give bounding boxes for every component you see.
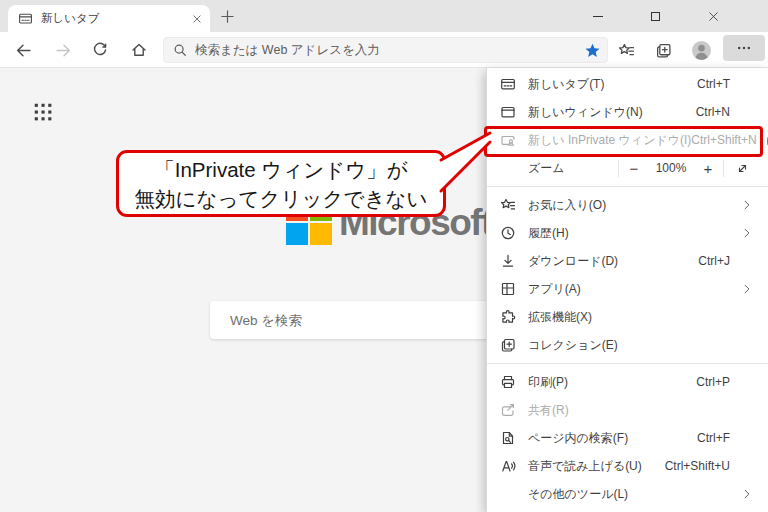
chevron-right-icon bbox=[736, 199, 758, 211]
tab-new-tab[interactable]: 新しいタブ bbox=[8, 5, 210, 32]
print-icon bbox=[500, 374, 516, 390]
navigation-toolbar bbox=[0, 32, 768, 68]
download-icon bbox=[500, 253, 516, 269]
browser-window: 新しいタブ bbox=[0, 0, 768, 512]
title-bar: 新しいタブ bbox=[0, 0, 768, 32]
back-icon[interactable] bbox=[9, 36, 37, 64]
callout-line1: 「InPrivate ウィンドウ」が bbox=[119, 155, 443, 184]
more-icon[interactable] bbox=[723, 35, 765, 61]
menu-item-new-tab[interactable]: 新しいタブ(T)Ctrl+T bbox=[487, 70, 768, 98]
chevron-right-icon bbox=[736, 488, 758, 500]
menu-item-favorites[interactable]: お気に入り(O) bbox=[487, 191, 768, 219]
menu-item-label: 拡張機能(X) bbox=[528, 309, 592, 326]
menu-item-downloads[interactable]: ダウンロード(D)Ctrl+J bbox=[487, 247, 768, 275]
menu-item-label: ダウンロード(D) bbox=[528, 253, 618, 270]
search-icon bbox=[173, 43, 187, 57]
read-aloud-icon bbox=[500, 458, 516, 474]
menu-item-label: 履歴(H) bbox=[528, 225, 569, 242]
menu-item-label: お気に入り(O) bbox=[528, 197, 606, 214]
zoom-icon-placeholder bbox=[500, 160, 516, 176]
history-icon bbox=[500, 225, 516, 241]
annotation-callout: 「InPrivate ウィンドウ」が 無効になってクリックできない bbox=[116, 150, 446, 217]
tab-close-icon[interactable] bbox=[192, 14, 202, 24]
address-bar[interactable] bbox=[163, 37, 608, 63]
new-tab-icon bbox=[500, 76, 516, 92]
menu-item-label: ページ内の検索(F) bbox=[528, 430, 628, 447]
menu-item-shortcut: Ctrl+N bbox=[696, 105, 730, 119]
menu-item-shortcut: Ctrl+Shift+N bbox=[691, 133, 756, 147]
chevron-right-icon bbox=[736, 227, 758, 239]
extensions-icon bbox=[500, 309, 516, 325]
menu-item-label: 音声で読み上げる(U) bbox=[528, 458, 642, 475]
menu-item-label: 新しいタブ(T) bbox=[528, 76, 604, 93]
menu-item-more-tools[interactable]: その他のツール(L) bbox=[487, 480, 768, 508]
menu-item-print[interactable]: 印刷(P)Ctrl+P bbox=[487, 368, 768, 396]
menu-item-apps[interactable]: アプリ(A) bbox=[487, 275, 768, 303]
new-tab-page-icon bbox=[18, 11, 33, 26]
menu-item-history[interactable]: 履歴(H) bbox=[487, 219, 768, 247]
home-icon[interactable] bbox=[125, 36, 153, 64]
logo-square-yellow bbox=[310, 223, 332, 245]
menu-item-label: 印刷(P) bbox=[528, 374, 568, 391]
menu-separator bbox=[487, 186, 768, 187]
logo-square-blue bbox=[286, 223, 308, 245]
callout-line2: 無効になってクリックできない bbox=[119, 184, 443, 213]
maximize-icon[interactable] bbox=[640, 0, 670, 32]
menu-item-label: アプリ(A) bbox=[528, 281, 581, 298]
menu-item-shortcut: Ctrl+T bbox=[697, 77, 730, 91]
favorites-icon[interactable] bbox=[612, 36, 640, 64]
menu-item-zoom: ズーム−100%+ bbox=[487, 154, 768, 182]
zoom-out-button[interactable]: − bbox=[619, 154, 649, 182]
menu-item-label: 新しいウィンドウ(N) bbox=[528, 104, 643, 121]
address-input[interactable] bbox=[195, 43, 581, 57]
menu-item-new-window[interactable]: 新しいウィンドウ(N)Ctrl+N bbox=[487, 98, 768, 126]
collections-icon bbox=[500, 337, 516, 353]
menu-item-label: コレクション(E) bbox=[528, 337, 618, 354]
find-icon bbox=[500, 430, 516, 446]
forward-icon bbox=[49, 36, 77, 64]
briefcase-icon bbox=[763, 132, 768, 148]
tab-title: 新しいタブ bbox=[41, 11, 192, 26]
favorite-star-icon[interactable] bbox=[581, 39, 603, 61]
menu-item-shortcut: Ctrl+P bbox=[696, 375, 730, 389]
menu-item-find-on-page[interactable]: ページ内の検索(F)Ctrl+F bbox=[487, 424, 768, 452]
minimize-icon[interactable] bbox=[583, 0, 613, 32]
collections-icon[interactable] bbox=[649, 36, 677, 64]
menu-item-shortcut: Ctrl+J bbox=[698, 254, 730, 268]
menu-item-inprivate: 新しい InPrivate ウィンドウ(I)Ctrl+Shift+N bbox=[487, 126, 768, 154]
chevron-right-icon bbox=[736, 283, 758, 295]
close-icon[interactable] bbox=[698, 0, 728, 32]
menu-item-label: その他のツール(L) bbox=[528, 486, 628, 503]
refresh-icon[interactable] bbox=[86, 36, 114, 64]
no-icon bbox=[500, 486, 516, 502]
menu-item-read-aloud[interactable]: 音声で読み上げる(U)Ctrl+Shift+U bbox=[487, 452, 768, 480]
menu-item-shortcut: Ctrl+Shift+U bbox=[665, 459, 730, 473]
favorites-icon bbox=[500, 197, 516, 213]
fullscreen-icon[interactable] bbox=[724, 154, 760, 182]
browser-menu: 新しいタブ(T)Ctrl+T新しいウィンドウ(N)Ctrl+N新しい InPri… bbox=[486, 68, 768, 512]
menu-item-share: 共有(R) bbox=[487, 396, 768, 424]
apps-grid-icon[interactable] bbox=[33, 102, 53, 122]
profile-avatar[interactable] bbox=[687, 36, 715, 64]
menu-separator bbox=[487, 363, 768, 364]
new-window-icon bbox=[500, 104, 516, 120]
zoom-in-button[interactable]: + bbox=[693, 154, 723, 182]
zoom-label: ズーム bbox=[528, 160, 565, 177]
menu-item-collections[interactable]: コレクション(E) bbox=[487, 331, 768, 359]
apps-icon bbox=[500, 281, 516, 297]
new-tab-button[interactable] bbox=[219, 8, 236, 25]
menu-item-extensions[interactable]: 拡張機能(X) bbox=[487, 303, 768, 331]
menu-item-label: 共有(R) bbox=[528, 402, 569, 419]
menu-item-shortcut: Ctrl+F bbox=[697, 431, 730, 445]
menu-item-label: 新しい InPrivate ウィンドウ(I) bbox=[528, 132, 691, 149]
inprivate-icon bbox=[500, 132, 516, 148]
zoom-level: 100% bbox=[649, 161, 693, 175]
share-icon bbox=[500, 402, 516, 418]
